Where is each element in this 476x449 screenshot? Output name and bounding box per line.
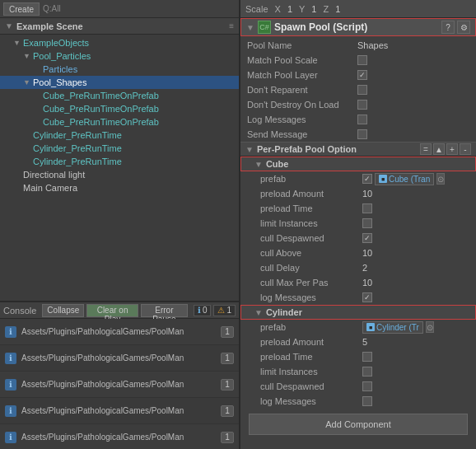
prefab-object-ref[interactable]: ■ Cylinder (Tr — [362, 321, 423, 334]
hierarchy-item-MainCamera[interactable]: Main Camera — [0, 181, 239, 194]
prop-checkbox[interactable] — [357, 129, 367, 139]
prop-checkbox[interactable] — [357, 55, 367, 65]
hierarchy-item-Cube1[interactable]: Cube_PreRunTimeOnPrefab — [0, 89, 239, 102]
console-entry[interactable]: ℹ Assets/Plugins/PathologicalGames/PoolM… — [0, 345, 239, 372]
add-component-button[interactable]: Add Component — [249, 414, 468, 435]
info-count: 0 — [203, 305, 208, 316]
entry-text: Assets/Plugins/PathologicalGames/PoolMan — [21, 433, 216, 442]
scale-z-value: 1 — [335, 4, 340, 14]
prop-dont-reparent: Don't Reparent — [240, 82, 476, 97]
item-label: Directional light — [23, 170, 85, 180]
expand-arrow — [13, 171, 23, 179]
console-entry[interactable]: ℹ Assets/Plugins/PathologicalGames/PoolM… — [0, 372, 239, 398]
component-title: Spawn Pool (Script) — [274, 21, 438, 33]
prefab-label: cull Delay — [260, 263, 359, 273]
hierarchy-toolbar: Create Q:All — [0, 0, 239, 18]
prefab-label: log Messages — [260, 396, 359, 406]
console-entry[interactable]: ℹ Assets/Plugins/PathologicalGames/PoolM… — [0, 319, 239, 345]
ref-icon: ■ — [379, 175, 387, 183]
scene-menu[interactable]: ≡ — [229, 21, 234, 30]
console-area: Console Collapse Clear on Play Error Pau… — [0, 301, 239, 449]
hierarchy-area: ▼ ExampleObjects ▼ Pool_Particles Partic… — [0, 35, 239, 301]
entry-badge: 1 — [221, 432, 234, 443]
clear-on-play-button[interactable]: Clear on Play — [86, 304, 138, 317]
prefab-dot-btn[interactable]: ⊙ — [436, 173, 445, 185]
scene-title: Example Scene — [16, 21, 83, 31]
prefab-label: preload Amount — [260, 189, 359, 199]
section-btn-eq[interactable]: = — [420, 143, 432, 155]
console-entries: ℹ Assets/Plugins/PathologicalGames/PoolM… — [0, 319, 239, 449]
warning-count: 1 — [226, 305, 231, 316]
scene-arrow[interactable]: ▼ — [5, 21, 13, 30]
inspector-panel: Scale X 1 Y 1 Z 1 ▼ C# Spawn Pool (Scrip… — [239, 0, 476, 449]
hierarchy-item-Particles[interactable]: Particles — [0, 63, 239, 76]
expand-arrow — [13, 184, 23, 192]
prop-log-messages: Log Messages — [240, 112, 476, 127]
prop-checkbox[interactable] — [362, 233, 372, 243]
component-btn-1[interactable]: ? — [441, 21, 455, 34]
info-icon: ℹ — [5, 405, 16, 417]
cylinder-limit-instances: limit Instances — [240, 364, 476, 379]
per-prefab-arrow[interactable]: ▼ — [245, 145, 254, 154]
entry-text: Assets/Plugins/PathologicalGames/PoolMan — [21, 327, 216, 336]
prop-checkbox[interactable] — [362, 381, 372, 391]
per-prefab-section-header: ▼ Per-Prefab Pool Option = ▲ + - — [240, 142, 476, 157]
prop-checkbox[interactable] — [357, 115, 367, 124]
section-btn-remove[interactable]: - — [460, 143, 471, 155]
hierarchy-item-Cylinder3[interactable]: Cylinder_PreRunTime — [0, 155, 239, 168]
component-btn-2[interactable]: ⚙ — [457, 21, 470, 34]
prefab-object-ref[interactable]: ■ Cube (Tran — [375, 173, 434, 185]
prefab-toggle[interactable] — [362, 174, 372, 184]
section-btn-add[interactable]: + — [446, 143, 458, 155]
prefab-label: prefab — [260, 322, 359, 332]
cube-prefab-row: prefab ■ Cube (Tran ⊙ — [240, 171, 476, 186]
hierarchy-item-Cube2[interactable]: Cube_PreRunTimeOnPrefab — [0, 102, 239, 115]
entry-text: Assets/Plugins/PathologicalGames/PoolMan — [21, 380, 216, 389]
prop-label: Don't Reparent — [247, 85, 354, 95]
prop-checkbox[interactable] — [357, 85, 367, 95]
prop-label: Match Pool Layer — [247, 70, 354, 80]
scale-label: Scale — [245, 4, 268, 14]
error-pause-button[interactable]: Error Pause — [141, 304, 188, 317]
console-entry[interactable]: ℹ Assets/Plugins/PathologicalGames/PoolM… — [0, 398, 239, 424]
section-btn-up[interactable]: ▲ — [433, 143, 445, 155]
console-entry[interactable]: ℹ Assets/Plugins/PathologicalGames/PoolM… — [0, 424, 239, 449]
hierarchy-item-Pool_Particles[interactable]: ▼ Pool_Particles — [0, 49, 239, 63]
info-badge: ℹ 0 — [194, 305, 212, 316]
info-icon: ℹ — [5, 326, 16, 338]
prop-checkbox[interactable] — [362, 367, 372, 377]
hierarchy-item-Cylinder2[interactable]: Cylinder_PreRunTime — [0, 142, 239, 155]
prop-checkbox[interactable] — [362, 203, 372, 213]
prop-checkbox[interactable] — [362, 396, 372, 406]
expand-arrow — [23, 144, 33, 152]
prop-checkbox[interactable] — [362, 352, 372, 362]
item-label: Particles — [43, 64, 77, 74]
collapse-button[interactable]: Collapse — [42, 304, 84, 317]
component-expand-arrow[interactable]: ▼ — [246, 23, 254, 32]
prop-checkbox[interactable] — [357, 70, 367, 80]
prefab-dot-btn[interactable]: ⊙ — [426, 321, 434, 333]
scale-y-value: 1 — [311, 4, 316, 14]
expand-arrow — [33, 91, 43, 100]
hierarchy-item-DirectionalLight[interactable]: Directional light — [0, 168, 239, 181]
ref-icon: ■ — [366, 323, 375, 331]
cylinder-log-messages: log Messages — [240, 394, 476, 409]
prop-checkbox[interactable] — [362, 292, 372, 302]
expand-arrow: ▼ — [23, 52, 33, 60]
cube-expand-arrow[interactable]: ▼ — [254, 160, 263, 169]
cylinder-expand-arrow[interactable]: ▼ — [254, 308, 263, 317]
cube-cull-above: cull Above 10 — [240, 246, 476, 260]
hierarchy-item-ExampleObjects[interactable]: ▼ ExampleObjects — [0, 36, 239, 49]
info-icon: ℹ — [198, 305, 201, 316]
prop-checkbox[interactable] — [362, 218, 372, 228]
spawn-pool-component-header: ▼ C# Spawn Pool (Script) ? ⚙ — [240, 18, 476, 36]
hierarchy-item-Cube3[interactable]: Cube_PreRunTimeOnPrefab — [0, 115, 239, 129]
hierarchy-item-Cylinder1[interactable]: Cylinder_PreRunTime — [0, 129, 239, 142]
prop-checkbox[interactable] — [357, 100, 367, 110]
hierarchy-item-Pool_Shapes[interactable]: ▼ Pool_Shapes — [0, 76, 239, 89]
cylinder-cull-despawned: cull Despawned — [240, 379, 476, 394]
item-label: Cube_PreRunTimeOnPrefab — [43, 117, 159, 127]
warning-icon: ⚠ — [217, 305, 225, 316]
expand-arrow — [23, 131, 33, 139]
create-button[interactable]: Create — [3, 2, 40, 16]
